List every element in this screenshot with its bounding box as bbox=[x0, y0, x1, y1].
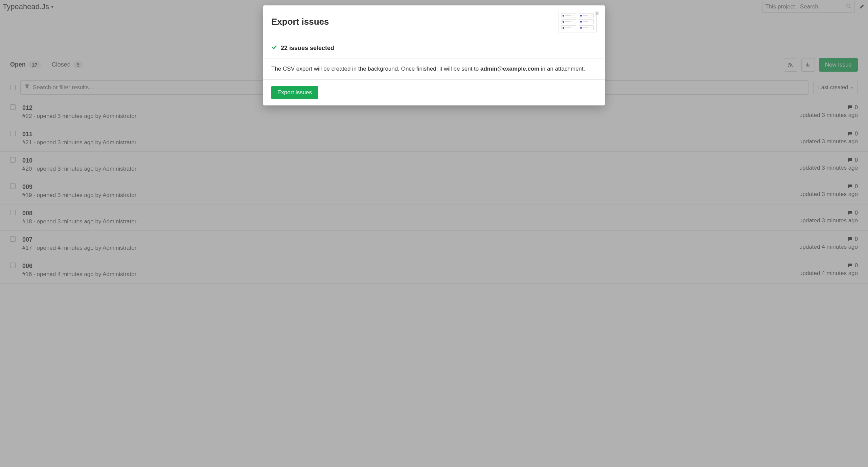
export-issues-button[interactable]: Export issues bbox=[271, 86, 318, 99]
close-button[interactable]: × bbox=[595, 9, 599, 18]
export-illustration: → → → ← ← ← bbox=[558, 11, 597, 32]
check-icon bbox=[271, 44, 277, 52]
modal-body-text: The CSV export will be created in the ba… bbox=[271, 65, 597, 73]
modal-body-prefix: The CSV export will be created in the ba… bbox=[271, 66, 480, 72]
modal-body-suffix: in an attachment. bbox=[539, 66, 585, 72]
modal-body: The CSV export will be created in the ba… bbox=[263, 58, 605, 80]
modal-title: Export issues bbox=[271, 17, 329, 27]
selected-count-text: 22 issues selected bbox=[281, 45, 334, 52]
modal-body-email: admin@example.com bbox=[480, 66, 539, 72]
export-issues-modal: Export issues → → → ← ← ← × 22 bbox=[263, 5, 605, 105]
modal-overlay: Export issues → → → ← ← ← × 22 bbox=[0, 0, 868, 284]
modal-header: Export issues → → → ← ← ← × bbox=[263, 5, 605, 38]
modal-selected-section: 22 issues selected bbox=[263, 38, 605, 58]
modal-footer: Export issues bbox=[263, 80, 605, 105]
